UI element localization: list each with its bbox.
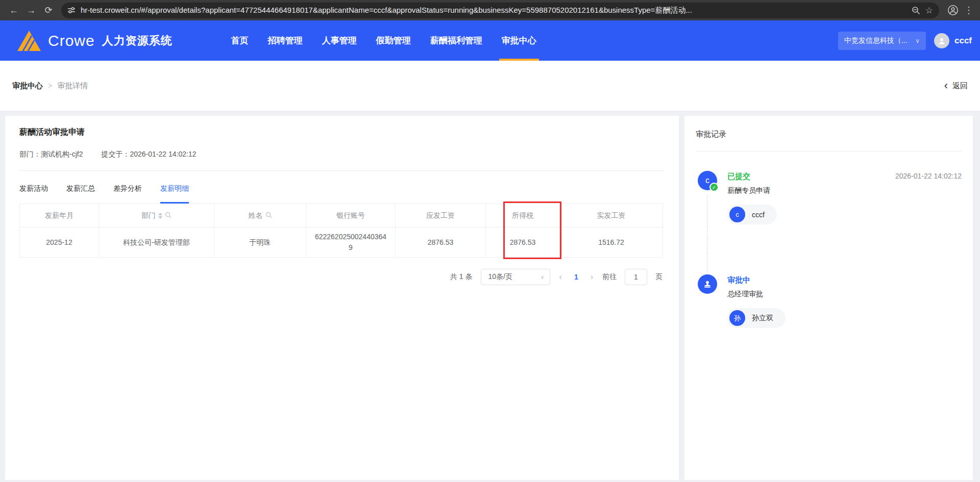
col-header-bank-account: 银行账号: [306, 204, 396, 227]
browser-toolbar: ← → ⟳ hr-test.croweit.cn/#/approval/deta…: [0, 0, 980, 20]
browser-forward-button[interactable]: →: [22, 3, 40, 18]
table-header-row: 发薪年月 部门 姓名: [20, 204, 663, 227]
nav-item-attendance[interactable]: 假勤管理: [366, 20, 421, 61]
nav-item-personnel[interactable]: 人事管理: [312, 20, 366, 61]
page-size-value: 10条/页: [488, 272, 512, 282]
table-row: 2025-12 科技公司-研发管理部 于明珠 62226202500244036…: [20, 227, 663, 258]
pagination: 共 1 条 10条/页 ∨ ‹ 1 › 前往 页: [19, 269, 663, 285]
nav-item-compensation[interactable]: 薪酬福利管理: [421, 20, 492, 61]
tab-bar: 发薪活动 发薪汇总 差异分析 发薪明细: [19, 184, 665, 204]
step-description: 薪酬专员申请: [727, 186, 962, 195]
cell-net-pay: 1516.72: [560, 227, 663, 258]
browser-menu-icon[interactable]: ⋮: [963, 5, 975, 16]
sort-icon[interactable]: [158, 213, 162, 219]
prev-page-button[interactable]: ‹: [558, 272, 563, 282]
header-right: 中竞发信息科技（... ∨ cccf: [838, 32, 972, 50]
member-avatar: c: [729, 207, 745, 222]
user-avatar-icon: [934, 33, 949, 48]
member-pill: 孙 孙立双: [727, 308, 786, 328]
page-title: 薪酬活动审批申请: [19, 127, 665, 138]
col-header-department: 部门: [99, 204, 214, 227]
approval-timeline: c ✓ 已提交 2026-01-22 14:02:12 薪酬专员申请 c ccc…: [696, 172, 962, 328]
step-status: 审批中: [727, 275, 750, 285]
total-count: 共 1 条: [450, 272, 473, 282]
app-name: 人力资源系统: [102, 33, 173, 48]
cell-gross-pay: 2876.53: [396, 227, 486, 258]
member-pill: c cccf: [727, 205, 777, 224]
main-nav: 首页 招聘管理 人事管理 假勤管理 薪酬福利管理 审批中心: [222, 20, 546, 61]
chevron-down-icon: ∨: [540, 274, 544, 281]
col-header-income-tax: 所得税: [486, 204, 560, 227]
address-bar[interactable]: hr-test.croweit.cn/#/approval/details?ap…: [61, 3, 939, 18]
zoom-icon[interactable]: [912, 6, 920, 15]
tab-payroll-detail[interactable]: 发薪明细: [160, 184, 189, 204]
browser-profile-icon[interactable]: [945, 3, 961, 18]
search-icon[interactable]: [265, 212, 272, 220]
app-logo: Crowe 人力资源系统: [17, 31, 173, 51]
check-badge-icon: ✓: [709, 183, 719, 192]
tab-payroll-activity[interactable]: 发薪活动: [19, 184, 48, 204]
col-header-name: 姓名: [214, 204, 306, 227]
current-page-button[interactable]: 1: [571, 273, 581, 281]
timeline-step-in-approval: 审批中 总经理审批 孙 孙立双: [698, 275, 962, 328]
back-button[interactable]: ‹ 返回: [944, 80, 968, 91]
browser-back-button[interactable]: ←: [5, 3, 22, 18]
cell-pay-month: 2025-12: [20, 227, 99, 258]
member-name: 孙立双: [752, 314, 773, 323]
approval-record-title: 审批记录: [696, 130, 962, 139]
page-unit-label: 页: [655, 272, 663, 282]
back-button-label: 返回: [952, 81, 968, 91]
department-value: 测试机构-cjf2: [41, 150, 83, 158]
breadcrumb-current: 审批详情: [57, 81, 88, 91]
divider: [696, 151, 962, 151]
page-size-select[interactable]: 10条/页 ∨: [481, 269, 550, 285]
org-selector-label: 中竞发信息科技（...: [844, 36, 912, 45]
content-area: 薪酬活动审批申请 部门：测试机构-cjf2 提交于：2026-01-22 14:…: [0, 111, 980, 480]
chevron-down-icon: ∨: [915, 37, 920, 44]
next-page-button[interactable]: ›: [590, 272, 594, 282]
col-header-gross-pay: 应发工资: [396, 204, 486, 227]
app-header: Crowe 人力资源系统 首页 招聘管理 人事管理 假勤管理 薪酬福利管理 审批…: [0, 20, 980, 61]
approval-detail-card: 薪酬活动审批申请 部门：测试机构-cjf2 提交于：2026-01-22 14:…: [5, 116, 679, 480]
site-settings-icon[interactable]: [67, 6, 76, 14]
step-description: 总经理审批: [727, 290, 962, 299]
submitted-meta: 提交于：2026-01-22 14:02:12: [101, 150, 196, 159]
payroll-detail-table: 发薪年月 部门 姓名: [19, 204, 663, 258]
username: cccf: [954, 36, 972, 46]
submitted-value: 2026-01-22 14:02:12: [130, 150, 196, 158]
submitted-label: 提交于：: [101, 150, 130, 158]
department-meta: 部门：测试机构-cjf2: [19, 150, 83, 159]
breadcrumb-root[interactable]: 审批中心: [12, 81, 43, 91]
bookmark-star-icon[interactable]: ☆: [925, 5, 933, 16]
cell-department: 科技公司-研发管理部: [99, 227, 214, 258]
nav-item-home[interactable]: 首页: [222, 20, 258, 61]
chevron-left-icon: ‹: [944, 80, 948, 91]
nav-item-approval-center[interactable]: 审批中心: [492, 20, 546, 61]
approval-record-panel: 审批记录 c ✓ 已提交 2026-01-22 14:02:12 薪酬专员申请 …: [684, 116, 973, 480]
step-status: 已提交: [727, 172, 750, 182]
cell-income-tax: 2876.53: [486, 227, 560, 258]
member-avatar: 孙: [729, 310, 745, 326]
col-header-pay-month: 发薪年月: [20, 204, 99, 227]
col-header-net-pay: 实发工资: [560, 204, 663, 227]
browser-reload-button[interactable]: ⟳: [40, 3, 57, 18]
tab-difference-analysis[interactable]: 差异分析: [113, 184, 142, 204]
org-selector-dropdown[interactable]: 中竞发信息科技（... ∨: [838, 32, 926, 50]
nav-item-recruiting[interactable]: 招聘管理: [258, 20, 312, 61]
divider: [19, 170, 665, 171]
breadcrumb-bar: 审批中心 > 审批详情 ‹ 返回: [0, 61, 980, 111]
department-label: 部门：: [19, 150, 41, 158]
goto-label: 前往: [602, 272, 617, 282]
tab-payroll-summary[interactable]: 发薪汇总: [66, 184, 95, 204]
breadcrumb-separator-icon: >: [48, 82, 52, 90]
member-name: cccf: [752, 211, 765, 219]
brand-name: Crowe: [48, 32, 95, 49]
crowe-triangle-logo-icon: [17, 31, 41, 51]
stamp-icon: [698, 274, 717, 294]
user-menu[interactable]: cccf: [934, 33, 972, 48]
url-text[interactable]: hr-test.croweit.cn/#/approval/details?ap…: [81, 6, 906, 15]
search-icon[interactable]: [165, 212, 172, 220]
cell-name: 于明珠: [214, 227, 306, 258]
cell-bank-account: 6222620250024403649: [306, 227, 396, 258]
goto-page-input[interactable]: [625, 269, 647, 285]
